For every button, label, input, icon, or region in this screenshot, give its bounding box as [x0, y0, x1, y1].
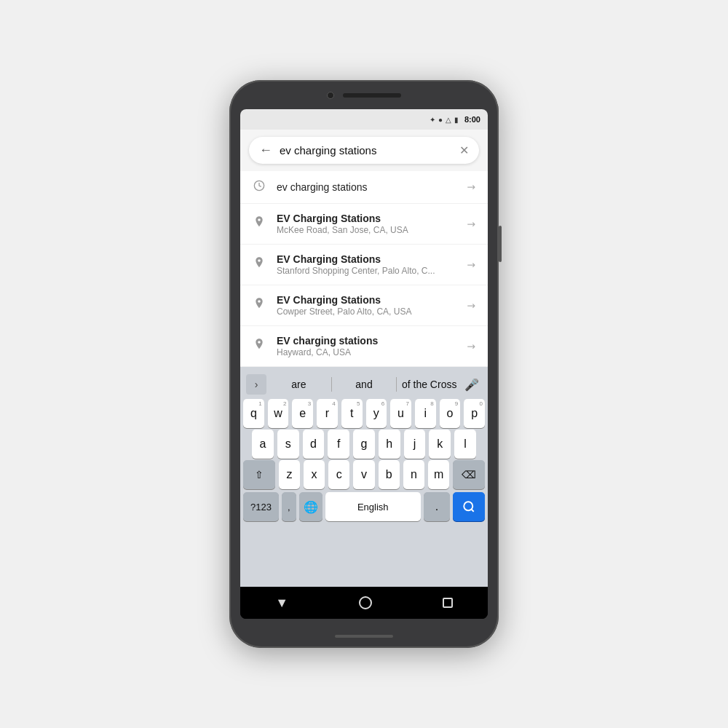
suggestion-title-2: EV Charging Stations	[277, 253, 457, 265]
key-a[interactable]: a	[252, 430, 274, 459]
key-c[interactable]: c	[328, 460, 349, 489]
key-n[interactable]: n	[403, 460, 424, 489]
suggestion-item-3[interactable]: EV Charging Stations Cowper Street, Palo…	[240, 285, 488, 326]
bluetooth-icon: ✦	[430, 116, 435, 124]
globe-key[interactable]: 🌐	[299, 492, 323, 521]
battery-icon: ▮	[454, 116, 459, 124]
clear-button[interactable]: ✕	[459, 143, 469, 157]
key-w[interactable]: 2w	[268, 399, 289, 428]
key-e[interactable]: 3e	[292, 399, 313, 428]
nav-home-button[interactable]	[359, 596, 372, 609]
status-icons: ✦ ● △ ▮ 8:00	[430, 115, 480, 124]
suggestion-text-3: EV Charging Stations Cowper Street, Palo…	[277, 294, 457, 317]
expand-suggestions-button[interactable]: ›	[246, 374, 266, 395]
nav-back-button[interactable]: ▼	[275, 596, 288, 611]
key-x[interactable]: x	[304, 460, 325, 489]
suggestion-arrow-4: ↗	[464, 339, 479, 354]
key-num-2: 2	[283, 400, 286, 407]
shift-key[interactable]: ⇧	[243, 460, 275, 489]
suggestion-item-4[interactable]: EV charging stations Hayward, CA, USA ↗	[240, 326, 488, 367]
phone-screen: ✦ ● △ ▮ 8:00 ← ev charging stations ✕	[240, 109, 488, 619]
word-suggestion-1[interactable]: and	[335, 379, 394, 390]
keyboard-row-2: a s d f g h j k l	[240, 430, 488, 459]
svg-point-1	[464, 502, 472, 510]
key-f[interactable]: f	[328, 430, 349, 459]
key-v[interactable]: v	[353, 460, 374, 489]
num-symbol-key[interactable]: ?123	[243, 492, 279, 521]
key-h[interactable]: h	[379, 430, 400, 459]
word-suggestion-0[interactable]: are	[269, 379, 328, 390]
signal-icon: ●	[438, 116, 443, 124]
keyboard-row-1: 1q 2w 3e 4r 5t 6y 7u 8i 9o 0p	[240, 399, 488, 428]
search-input[interactable]: ev charging stations	[280, 144, 452, 157]
key-d[interactable]: d	[303, 430, 325, 459]
key-num-7: 7	[405, 400, 408, 407]
suggestion-text-4: EV charging stations Hayward, CA, USA	[277, 335, 457, 357]
microphone-button[interactable]: 🎤	[462, 374, 482, 395]
key-p[interactable]: 0p	[464, 399, 485, 428]
status-bar: ✦ ● △ ▮ 8:00	[240, 109, 488, 130]
key-l[interactable]: l	[454, 430, 476, 459]
key-num-9: 9	[455, 400, 458, 407]
nav-recent-button[interactable]	[443, 598, 453, 608]
search-bar-container: ← ev charging stations ✕	[240, 130, 488, 171]
key-m[interactable]: m	[428, 460, 449, 489]
key-t[interactable]: 5t	[341, 399, 363, 428]
suggestion-arrow-1: ↗	[464, 217, 479, 232]
svg-line-2	[471, 509, 473, 511]
suggestions-list: ev charging stations ↗ EV Charging Stati…	[240, 171, 488, 367]
key-num-0: 0	[480, 400, 483, 407]
period-key[interactable]: .	[424, 492, 450, 521]
key-r[interactable]: 4r	[317, 399, 338, 428]
back-button[interactable]: ←	[259, 143, 272, 158]
location-icon-2	[252, 257, 266, 273]
suggestion-text-2: EV Charging Stations Stanford Shopping C…	[277, 253, 457, 276]
key-s[interactable]: s	[277, 430, 299, 459]
key-num-6: 6	[381, 400, 384, 407]
suggestion-item-history[interactable]: ev charging stations ↗	[240, 171, 488, 204]
wifi-icon: △	[446, 116, 451, 124]
speaker-bar	[343, 93, 401, 98]
space-key[interactable]: English	[325, 492, 421, 521]
key-u[interactable]: 7u	[390, 399, 411, 428]
keyboard: › are and of the Cross 🎤 1q 2w 3e 4r 5t …	[240, 367, 488, 587]
key-j[interactable]: j	[404, 430, 426, 459]
key-i[interactable]: 8i	[415, 399, 436, 428]
key-o[interactable]: 9o	[440, 399, 461, 428]
suggestion-item-1[interactable]: EV Charging Stations McKee Road, San Jos…	[240, 204, 488, 245]
suggestion-text-history: ev charging stations	[277, 181, 457, 193]
word-suggestion-bar: › are and of the Cross 🎤	[240, 371, 488, 397]
key-num-5: 5	[357, 400, 360, 407]
key-q[interactable]: 1q	[243, 399, 264, 428]
side-button	[499, 226, 502, 262]
phone-bottom-decoration	[335, 635, 393, 638]
key-num-4: 4	[332, 400, 335, 407]
phone-top-decoration	[327, 92, 401, 99]
suggestion-title-1: EV Charging Stations	[277, 213, 457, 224]
search-key[interactable]	[453, 492, 485, 521]
key-y[interactable]: 6y	[366, 399, 387, 428]
key-b[interactable]: b	[379, 460, 400, 489]
suggestion-subtitle-2: Stanford Shopping Center, Palo Alto, C..…	[277, 266, 457, 276]
status-time: 8:00	[464, 115, 480, 124]
suggestion-title-3: EV Charging Stations	[277, 294, 457, 306]
word-suggestion-2[interactable]: of the Cross	[400, 379, 459, 390]
key-num-1: 1	[258, 400, 261, 407]
location-icon-1	[252, 216, 266, 232]
backspace-key[interactable]: ⌫	[453, 460, 485, 489]
key-g[interactable]: g	[353, 430, 375, 459]
key-k[interactable]: k	[429, 430, 451, 459]
suggestion-title-4: EV charging stations	[277, 335, 457, 347]
key-z[interactable]: z	[279, 460, 300, 489]
divider-1	[331, 377, 332, 392]
suggestion-title-0: ev charging stations	[277, 181, 457, 193]
phone-device: ✦ ● △ ▮ 8:00 ← ev charging stations ✕	[229, 80, 499, 648]
comma-key[interactable]: ,	[282, 492, 296, 521]
suggestion-subtitle-1: McKee Road, San Jose, CA, USA	[277, 225, 457, 235]
suggestion-item-2[interactable]: EV Charging Stations Stanford Shopping C…	[240, 245, 488, 285]
suggestion-arrow-3: ↗	[464, 298, 479, 313]
suggestion-subtitle-3: Cowper Street, Palo Alto, CA, USA	[277, 306, 457, 317]
location-icon-4	[252, 339, 266, 355]
key-num-3: 3	[308, 400, 311, 407]
suggestion-arrow-2: ↗	[464, 258, 479, 272]
